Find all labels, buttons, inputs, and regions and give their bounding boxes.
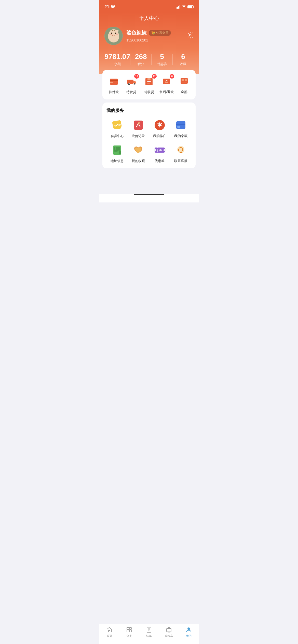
order-pending-ship[interactable]: 15 待发货 [123, 75, 140, 94]
svg-rect-23 [185, 79, 187, 81]
service-label-address: 地址信息 [111, 159, 124, 163]
service-label-service: 联系客服 [174, 159, 187, 163]
service-balance[interactable]: 我的余额 [170, 119, 192, 138]
wifi-icon [182, 5, 186, 9]
stat-coupons-value: 5 [152, 53, 172, 61]
status-bar: 21:56 [99, 0, 199, 12]
svg-rect-37 [115, 150, 116, 150]
order-label-refund: 售后/退款 [159, 90, 174, 94]
stat-balance-label: 余额 [104, 62, 130, 66]
stats-row: 9781.07 余额 268 积分 5 优惠券 6 收藏 [104, 53, 194, 66]
bottom-indicator [99, 194, 199, 202]
svg-point-5 [110, 34, 112, 35]
svg-point-3 [111, 33, 112, 34]
orders-grid: 待付款 15 待发货 [105, 75, 193, 94]
stat-points-value: 268 [130, 53, 151, 61]
wallet-icon [109, 76, 119, 86]
order-refund[interactable]: 8 售后/退款 [158, 75, 175, 94]
promote-icon [153, 119, 166, 132]
customer-service-icon [174, 143, 187, 157]
member-badge: 👑 钻石会员 [149, 30, 171, 36]
profile-left: 鲨鱼辣椒 👑 钻石会员 15260100201 [104, 27, 171, 45]
svg-rect-39 [119, 151, 121, 154]
svg-point-8 [189, 34, 191, 36]
member-badge-text: 钻石会员 [156, 31, 168, 35]
stat-balance[interactable]: 9781.07 余额 [104, 53, 130, 66]
order-all-icon-wrap [178, 75, 190, 87]
svg-rect-31 [176, 124, 185, 125]
service-label-member: 会员中心 [111, 134, 124, 138]
service-favorites[interactable]: 我的收藏 [128, 143, 149, 163]
badge-pending-receive: 12 [152, 74, 157, 79]
svg-rect-10 [110, 80, 118, 81]
avatar-image [104, 27, 123, 45]
page-title: 个人中心 [104, 15, 194, 22]
svg-point-4 [115, 33, 116, 34]
order-pending-receive[interactable]: 12 待收货 [140, 75, 158, 94]
svg-rect-36 [115, 149, 116, 149]
service-address[interactable]: 地址信息 [106, 143, 128, 163]
svg-rect-38 [118, 147, 120, 151]
badge-pending-ship: 15 [134, 74, 139, 79]
service-promote[interactable]: 我的推广 [149, 119, 170, 138]
profile-name: 鲨鱼辣椒 [126, 30, 147, 36]
order-pending-payment[interactable]: 待付款 [105, 75, 123, 94]
svg-rect-19 [163, 79, 170, 84]
order-label-pending-payment: 待付款 [109, 90, 119, 94]
order-pending-ship-icon-wrap: 15 [125, 75, 138, 87]
service-label-balance: 我的余额 [174, 134, 187, 138]
order-pending-payment-icon-wrap [108, 75, 120, 87]
service-label-coupon: 优惠券 [155, 159, 165, 163]
profile-info: 鲨鱼辣椒 👑 钻石会员 15260100201 [126, 30, 171, 42]
stat-coupons[interactable]: 5 优惠券 [152, 53, 172, 66]
services-card: 我的服务 会员中心 [102, 103, 196, 168]
signal-icon [176, 5, 180, 9]
service-member-center[interactable]: 会员中心 [106, 119, 128, 138]
member-center-icon [111, 119, 124, 132]
svg-rect-47 [182, 149, 183, 151]
order-label-pending-ship: 待发货 [126, 90, 136, 94]
orders-card: 待付款 15 待发货 [102, 70, 196, 99]
stat-points[interactable]: 268 积分 [130, 53, 151, 66]
order-all[interactable]: 全部 [175, 75, 193, 94]
svg-rect-32 [177, 126, 180, 128]
order-label-all: 全部 [181, 90, 187, 94]
svg-rect-20 [165, 82, 168, 83]
order-pending-receive-icon-wrap: 12 [143, 75, 155, 87]
all-orders-icon [179, 76, 189, 86]
stat-favorites-label: 收藏 [173, 62, 194, 66]
address-icon [111, 143, 124, 157]
avatar[interactable] [104, 27, 123, 45]
order-refund-icon-wrap: 8 [160, 75, 173, 87]
service-label-bargain: 砍价记录 [132, 134, 145, 138]
stat-balance-value: 9781.07 [104, 53, 130, 61]
svg-rect-48 [180, 152, 182, 153]
svg-point-14 [128, 84, 129, 85]
services-grid: 会员中心 砍价记录 [106, 119, 192, 163]
order-label-pending-receive: 待收货 [144, 90, 154, 94]
home-indicator-bar [134, 194, 164, 195]
main-content: 个人中心 [99, 12, 199, 192]
status-icons [176, 5, 194, 9]
svg-point-6 [116, 34, 118, 35]
svg-rect-46 [178, 149, 179, 151]
stat-points-label: 积分 [130, 62, 151, 66]
svg-point-16 [134, 84, 135, 85]
settings-button[interactable] [187, 32, 194, 40]
profile-name-row: 鲨鱼辣椒 👑 钻石会员 [126, 30, 171, 36]
stat-favorites-value: 6 [173, 53, 194, 61]
svg-rect-11 [110, 82, 113, 83]
stat-coupons-label: 优惠券 [152, 62, 172, 66]
svg-rect-35 [115, 148, 116, 148]
service-label-favorites: 我的收藏 [132, 159, 145, 163]
service-coupon[interactable]: 券 优惠券 [149, 143, 170, 163]
favorites-icon [132, 143, 145, 157]
stat-favorites[interactable]: 6 收藏 [173, 53, 194, 66]
service-customer-service[interactable]: 联系客服 [170, 143, 192, 163]
service-bargain[interactable]: 砍价记录 [128, 119, 149, 138]
header-section: 个人中心 [99, 12, 199, 74]
svg-rect-27 [134, 121, 143, 130]
svg-rect-12 [127, 80, 133, 84]
svg-rect-18 [147, 78, 151, 80]
profile-section: 鲨鱼辣椒 👑 钻石会员 15260100201 [104, 27, 194, 45]
